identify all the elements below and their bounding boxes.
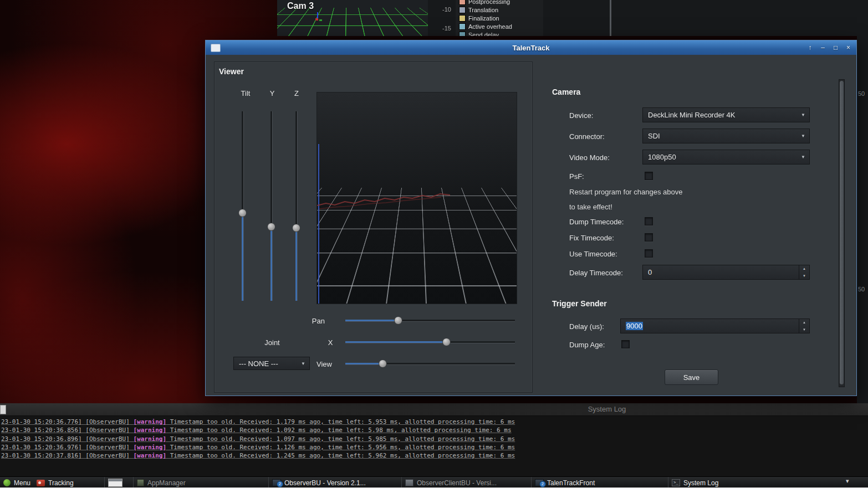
view-label: View (313, 360, 335, 368)
legend-label: Active overhead (468, 23, 512, 30)
observerclientbu-icon (405, 479, 413, 486)
tilt-slider-knob[interactable] (238, 209, 247, 217)
trigger-delay-label: Delay (us): (569, 322, 604, 331)
window-titlebar[interactable]: TalenTrack ↑ – □ × (206, 40, 856, 55)
minimize-icon[interactable]: – (818, 43, 828, 53)
keep-above-icon[interactable]: ↑ (805, 43, 815, 53)
systray-expander-icon[interactable]: ▾ (846, 477, 849, 485)
y-slider-knob[interactable] (267, 223, 275, 231)
view-slider-fill (345, 363, 383, 364)
legend-label: Postprocessing (468, 0, 510, 5)
save-button[interactable]: Save (665, 369, 718, 385)
warning-badge: [warning] (133, 435, 166, 443)
dump-timecode-checkbox[interactable] (645, 217, 653, 225)
cam3-axis-x (315, 18, 318, 20)
legend-swatch (459, 32, 466, 36)
connector-select-value: SDI (643, 132, 797, 140)
background-chart-legend: Postprocessing Translation Finalization … (456, 0, 543, 36)
pan-slider-knob[interactable] (394, 316, 402, 325)
psf-checkbox[interactable] (645, 172, 653, 180)
joint-select[interactable]: --- NONE --- ▼ (233, 357, 310, 370)
warning-badge: [warning] (133, 427, 166, 434)
window-title: TalenTrack (206, 44, 856, 52)
x-slider-knob[interactable] (442, 338, 451, 346)
system-log-window: System Log 23-01-30 15:20:36.776] [Obser… (0, 403, 868, 476)
cam3-grid (277, 8, 428, 36)
taskbar-appmanager-button[interactable]: AppManager (133, 477, 189, 488)
pan-slider[interactable] (345, 316, 515, 325)
trigger-delay-spinbox[interactable]: 9000 ▲ ▼ (620, 319, 810, 333)
taskbar-tracking-button[interactable]: Tracking (33, 477, 77, 488)
tilt-slider[interactable] (238, 111, 247, 301)
tracking-trace (317, 93, 517, 304)
cam3-axis-y (319, 19, 322, 21)
taskbar-item-label: AppManager (147, 479, 186, 487)
legend-swatch (459, 23, 466, 30)
chevron-down-icon: ▼ (297, 361, 309, 366)
use-timecode-checkbox[interactable] (645, 249, 653, 258)
tracking-camera-icon (37, 480, 45, 486)
spin-up-icon[interactable]: ▲ (799, 319, 809, 326)
spin-down-icon[interactable]: ▼ (799, 326, 809, 333)
background-edge-strip: 50 50 (857, 36, 868, 403)
system-log-titlebar[interactable]: System Log (0, 403, 868, 416)
video-mode-select-value: 1080p50 (643, 153, 797, 161)
talentrackfront-icon: 2 (535, 479, 544, 486)
spin-up-icon[interactable]: ▲ (799, 265, 809, 273)
x-slider[interactable] (345, 338, 515, 347)
delay-timecode-spinbox[interactable]: 0 ▲ ▼ (642, 265, 810, 280)
taskbar-item-label: Menu (14, 479, 30, 487)
psf-label: PsF: (569, 172, 584, 181)
tilt-slider-label: Tilt (234, 89, 257, 97)
close-icon[interactable]: × (844, 43, 853, 53)
video-mode-select[interactable]: 1080p50 ▼ (642, 150, 810, 165)
maximize-icon[interactable]: □ (831, 43, 840, 53)
fix-timecode-checkbox[interactable] (645, 233, 653, 242)
system-log-title: System Log (588, 405, 626, 413)
taskbar-window-thumbnail-button[interactable] (104, 477, 126, 488)
observerbu-icon: 2 (272, 479, 281, 486)
joint-label: Joint (258, 338, 286, 347)
taskbar-observerclientbu-button[interactable]: ObserverClientBU - Versi... (401, 477, 500, 488)
trigger-delay-value: 9000 (626, 322, 643, 330)
background-scrollbar (610, 0, 611, 36)
view-slider-knob[interactable] (379, 359, 387, 368)
restart-note-line2: to take effect! (569, 203, 612, 211)
window-thumbnail-icon (108, 479, 122, 487)
device-select-value: DeckLink Mini Recorder 4K (643, 111, 797, 119)
dump-age-checkbox[interactable] (621, 340, 630, 348)
device-select[interactable]: DeckLink Mini Recorder 4K ▼ (642, 107, 810, 122)
connector-select[interactable]: SDI ▼ (642, 129, 810, 143)
view-slider[interactable] (345, 359, 515, 368)
taskbar-observerbu-button[interactable]: 2 ObserverBU - Version 2.1... (268, 477, 369, 488)
legend-item: Send delay (459, 31, 499, 36)
settings-scrollbar-handle[interactable] (840, 81, 844, 384)
delay-timecode-label: Delay Timecode: (569, 269, 623, 277)
legend-label: Translation (468, 7, 498, 13)
taskbar-systemlog-button[interactable]: >_ System Log (668, 477, 722, 488)
dump-age-label: Dump Age: (569, 341, 605, 349)
legend-label: Finalization (468, 15, 499, 22)
window-content: Viewer Tilt Y Z (206, 55, 856, 395)
z-slider[interactable] (292, 111, 301, 301)
appmanager-icon (137, 479, 144, 486)
log-line: 23-01-30 15:20:37.816] [ObserverBU] [war… (1, 451, 868, 460)
chevron-down-icon: ▼ (797, 133, 809, 138)
log-line: 23-01-30 15:20:36.976] [ObserverBU] [war… (1, 443, 868, 451)
background-window-right (543, 0, 868, 36)
taskbar-menu-button[interactable]: Menu (0, 477, 34, 488)
menu-icon (3, 479, 11, 486)
y-slider[interactable] (267, 111, 276, 301)
chart-tick: -10 (442, 6, 451, 13)
settings-scrollbar[interactable] (839, 79, 845, 387)
viewer-3d-viewport[interactable] (316, 92, 517, 304)
taskbar-talentrackfront-button[interactable]: 2 TalenTrackFront (531, 477, 598, 488)
log-line: 23-01-30 15:20:36.776] [ObserverBU] [war… (1, 418, 868, 426)
legend-item: Finalization (459, 14, 499, 22)
log-line: 23-01-30 15:20:36.856] [ObserverBU] [war… (1, 426, 868, 434)
spin-down-icon[interactable]: ▼ (799, 273, 809, 280)
taskbar-item-label: ObserverClientBU - Versi... (417, 479, 497, 487)
taskbar-item-label: System Log (683, 479, 718, 487)
z-slider-knob[interactable] (292, 224, 300, 232)
legend-swatch (459, 15, 466, 22)
